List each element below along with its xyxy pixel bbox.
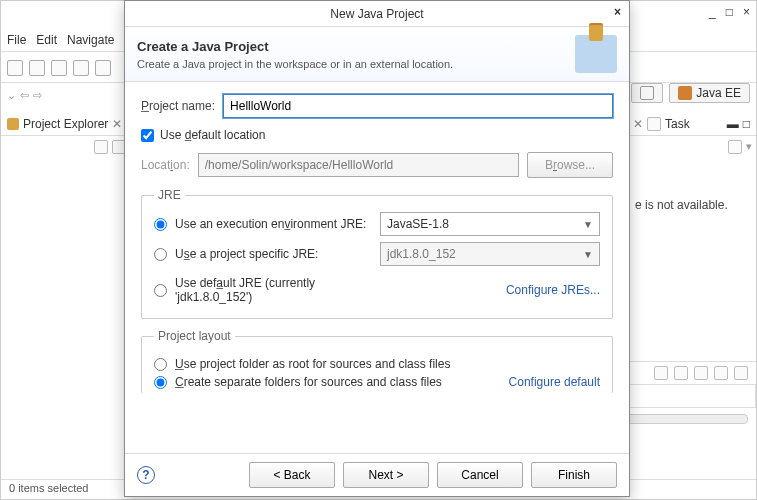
window-controls: _ □ × <box>709 5 750 19</box>
menu-navigate[interactable]: Navigate <box>67 33 114 47</box>
close-icon[interactable]: × <box>743 5 750 19</box>
layout-separate-label: Create separate folders for sources and … <box>175 375 442 389</box>
browse-button: Browse... <box>527 152 613 178</box>
jre-exec-env-radio[interactable] <box>154 218 167 231</box>
javaee-icon <box>678 86 692 100</box>
layout-single-radio[interactable] <box>154 358 167 371</box>
copy-icon[interactable] <box>73 60 89 76</box>
perspective-switcher: Java EE <box>631 83 750 103</box>
task-max-icon[interactable]: □ <box>743 117 750 131</box>
jre-project-specific-label: Use a project specific JRE: <box>175 247 318 261</box>
task-toolbar: ▾ <box>627 136 756 158</box>
dialog-title: New Java Project <box>330 7 423 21</box>
project-explorer-icon <box>7 118 19 130</box>
dialog-heading: Create a Java Project <box>137 39 453 54</box>
next-button[interactable]: Next > <box>343 462 429 488</box>
use-default-location-row: Use default location Use default locatio… <box>141 128 613 142</box>
chevron-down-icon: ▼ <box>583 219 593 230</box>
jre-group: JRE Use an execution environment JRE: Us… <box>141 188 613 319</box>
task-folder-icon[interactable] <box>728 140 742 154</box>
tab-close-icon[interactable]: ✕ <box>112 117 122 131</box>
jre-default-radio[interactable] <box>154 284 167 297</box>
project-name-label: PProject name:roject name: <box>141 99 215 113</box>
help-icon[interactable]: ? <box>137 466 155 484</box>
project-explorer-view: Project Explorer ✕ <box>1 113 131 477</box>
jre-project-specific-value: jdk1.8.0_152 <box>387 247 456 261</box>
project-layout-group: Project layout Use project folder as roo… <box>141 329 613 393</box>
configure-jres-link[interactable]: Configure JREs... <box>380 283 600 297</box>
new-icon[interactable] <box>7 60 23 76</box>
jre-project-specific-radio[interactable] <box>154 248 167 261</box>
javaee-perspective-button[interactable]: Java EE <box>669 83 750 103</box>
task-title: Task <box>665 117 690 131</box>
dialog-close-icon[interactable]: × <box>614 5 621 19</box>
open-perspective-button[interactable] <box>631 83 663 103</box>
bp-icon-1[interactable] <box>654 366 668 380</box>
menu-edit[interactable]: Edit <box>36 33 57 47</box>
maximize-icon[interactable]: □ <box>726 5 733 19</box>
status-text: 0 items selected <box>9 482 88 494</box>
jre-exec-env-label: Use an execution environment JRE: <box>175 217 366 231</box>
project-layout-legend: Project layout <box>154 329 235 343</box>
task-icon <box>647 117 661 131</box>
bp-icon-2[interactable] <box>674 366 688 380</box>
bp-min-icon[interactable] <box>714 366 728 380</box>
open-perspective-icon <box>640 86 654 100</box>
task-tab-close-icon[interactable]: ✕ <box>633 117 643 131</box>
java-project-wizard-icon <box>575 35 617 73</box>
location-input <box>198 153 519 177</box>
back-button[interactable]: < Back <box>249 462 335 488</box>
finish-button[interactable]: Finish <box>531 462 617 488</box>
menu-file[interactable]: File <box>7 33 26 47</box>
dialog-body: PProject name:roject name: Use default l… <box>125 82 629 453</box>
save-icon[interactable] <box>29 60 45 76</box>
collapse-icon[interactable]: ⌄ <box>7 89 16 102</box>
save-all-icon[interactable] <box>51 60 67 76</box>
jre-exec-env-combo[interactable]: JavaSE-1.8 ▼ <box>380 212 600 236</box>
dialog-banner: Create a Java Project Create a Java proj… <box>125 27 629 82</box>
layout-separate-radio[interactable] <box>154 376 167 389</box>
task-menu-icon[interactable]: ▾ <box>746 140 752 154</box>
back-icon[interactable]: ⇦ <box>20 89 29 102</box>
project-explorer-title: Project Explorer <box>23 117 108 131</box>
new-java-project-dialog: New Java Project × Create a Java Project… <box>124 0 630 497</box>
forward-icon[interactable]: ⇨ <box>33 89 42 102</box>
dialog-footer: ? < Back Next > Cancel Finish <box>125 453 629 496</box>
use-default-location-label: Use default location <box>160 128 265 142</box>
bp-icon-3[interactable] <box>694 366 708 380</box>
jre-project-specific-combo: jdk1.8.0_152 ▼ <box>380 242 600 266</box>
task-min-icon[interactable]: ▬ <box>727 117 739 131</box>
javaee-label: Java EE <box>696 86 741 100</box>
task-unavailable-message: e is not available. <box>627 158 756 252</box>
project-name-input[interactable] <box>223 94 613 118</box>
dialog-subheading: Create a Java project in the workspace o… <box>137 58 453 70</box>
project-explorer-toolbar <box>1 136 130 158</box>
location-label: Location: <box>141 158 190 172</box>
dialog-titlebar: New Java Project × <box>125 1 629 27</box>
configure-default-link[interactable]: Configure default <box>509 375 600 389</box>
task-tab[interactable]: ✕ Task ▬ □ <box>627 113 756 136</box>
location-row: Location: Location: Browse... Browse... <box>141 152 613 178</box>
jre-exec-env-value: JavaSE-1.8 <box>387 217 449 231</box>
minimize-icon[interactable]: _ <box>709 5 716 19</box>
project-name-row: PProject name:roject name: <box>141 94 613 118</box>
use-default-location-checkbox[interactable] <box>141 129 154 142</box>
layout-single-label: Use project folder as root for sources a… <box>175 357 450 371</box>
jre-default-label: Use default JRE (currently 'jdk1.8.0_152… <box>175 276 368 304</box>
cancel-button[interactable]: Cancel <box>437 462 523 488</box>
collapse-all-icon[interactable] <box>94 140 108 154</box>
paste-icon[interactable] <box>95 60 111 76</box>
project-explorer-tab[interactable]: Project Explorer ✕ <box>1 113 130 136</box>
jre-legend: JRE <box>154 188 185 202</box>
chevron-down-icon: ▼ <box>583 249 593 260</box>
bp-max-icon[interactable] <box>734 366 748 380</box>
